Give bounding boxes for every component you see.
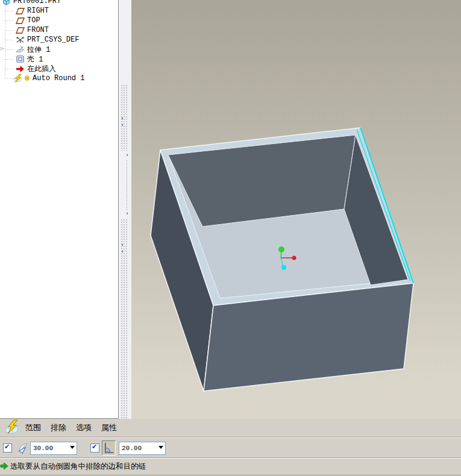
tree-item-label: FRONT [27,26,49,34]
csys-icon [15,36,25,45]
concave-radius-checkbox[interactable] [90,443,99,453]
convex-radius-combobox[interactable]: 30.00 [30,442,77,455]
tree-item[interactable]: TOP [0,16,119,25]
dashboard-tab-row: 范围排除选项属性 [0,419,461,436]
application-window: PRT0001.PRTRIGHTTOPFRONTPRT_CSYS_DEF▷拉伸 … [0,0,461,476]
dropdown-arrow-icon[interactable] [158,446,163,449]
part-icon [1,0,11,6]
concave-edge-icon[interactable] [102,440,116,456]
tab-options[interactable]: 选项 [76,422,92,433]
panel-splitter[interactable]: ‹ ‹ › › ‹ ‹ [119,0,132,419]
expand-node-icon[interactable]: ▷ [1,46,4,52]
splitter-drag-handle[interactable] [127,160,127,211]
tree-item-label: PRT_CSYS_DEF [27,36,79,44]
auto-round-feature-icon [4,419,20,436]
model-canvas[interactable] [131,0,461,419]
tree-item[interactable]: 在此插入 [0,64,119,74]
concave-radius-combobox[interactable]: 20.00 [119,442,166,455]
concave-radius-value: 20.00 [122,445,142,452]
feature-status-prefix: ※ [24,74,30,83]
expand-right-icon[interactable]: › [124,211,130,216]
expand-right-icon[interactable]: › [124,152,130,158]
status-message: 选取要从自动倒圆角中排除的边和目的链 [10,462,146,472]
collapse-left-icon[interactable]: ‹ [119,116,125,121]
tree-item[interactable]: FRONT [0,25,119,35]
tree-item-label: 拉伸 1 [27,45,50,55]
convex-radius-checkbox[interactable] [3,443,12,453]
tree-item-label: 壳 1 [27,54,43,64]
model-tree-panel[interactable]: PRT0001.PRTRIGHTTOPFRONTPRT_CSYS_DEF▷拉伸 … [0,0,119,419]
status-bar: 选取要从自动倒圆角中排除的边和目的链 [0,459,461,475]
tab-scope[interactable]: 范围 [25,422,41,433]
collapse-left-icon[interactable]: ‹ [119,249,125,254]
tree-item[interactable]: ※Auto Round 1 [0,74,119,83]
dropdown-arrow-icon[interactable] [70,446,75,449]
convex-radius-value: 30.00 [33,445,53,452]
tree-item[interactable]: RIGHT [0,6,119,16]
datum-plane-icon [15,7,25,16]
3d-viewport[interactable] [131,0,461,419]
tree-item-label: 在此插入 [27,64,56,74]
shell-icon [15,55,25,64]
dashboard-tabs: 范围排除选项属性 [25,422,117,433]
insert-here-arrow-icon [15,64,25,74]
tab-properties[interactable]: 属性 [101,422,117,433]
collapse-left-icon[interactable]: ‹ [119,242,125,248]
tree-item[interactable]: PRT0001.PRT [0,0,119,6]
collapse-left-icon[interactable]: ‹ [119,122,125,128]
tree-item[interactable]: PRT_CSYS_DEF [0,35,119,45]
tree-item[interactable]: ▷拉伸 1 [0,45,119,54]
tab-exclude[interactable]: 排除 [51,422,66,433]
tree-item[interactable]: 壳 1 [0,54,119,64]
extrude-icon [15,45,25,54]
tree-item-label: PRT0001.PRT [13,0,61,5]
auto-round-icon [13,74,23,83]
prompt-arrow-icon [0,462,9,472]
dashboard-controls-row: 30.00 20.00 [0,438,461,458]
datum-plane-icon [15,16,25,25]
tree-item-label: RIGHT [27,7,49,15]
datum-plane-icon [15,26,25,35]
tree-item-label: TOP [27,16,40,25]
tree-item-label: Auto Round 1 [33,74,84,83]
convex-edge-icon[interactable] [16,441,28,455]
